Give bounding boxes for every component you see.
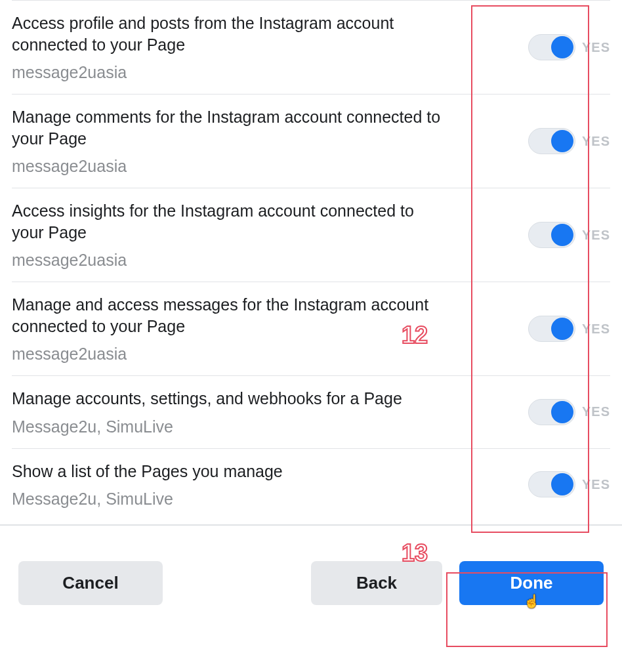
permission-toggle-label: YES bbox=[582, 322, 610, 337]
permission-toggle-wrap: YES bbox=[528, 316, 610, 342]
permission-title: Manage comments for the Instagram accoun… bbox=[12, 106, 449, 149]
permission-toggle-label: YES bbox=[582, 228, 610, 243]
footer-buttons: Cancel Back Done ☝ bbox=[0, 526, 622, 605]
permission-text: Access insights for the Instagram accoun… bbox=[12, 200, 528, 270]
permission-title: Access profile and posts from the Instag… bbox=[12, 12, 449, 55]
permission-text: Manage accounts, settings, and webhooks … bbox=[12, 388, 528, 436]
permission-text: Show a list of the Pages you manage Mess… bbox=[12, 461, 528, 509]
permission-subtitle: message2uasia bbox=[12, 63, 449, 82]
permission-toggle[interactable] bbox=[528, 128, 575, 154]
permission-title: Manage accounts, settings, and webhooks … bbox=[12, 388, 449, 410]
permission-toggle-wrap: YES bbox=[528, 34, 610, 60]
permission-toggle-wrap: YES bbox=[528, 399, 610, 425]
done-button[interactable]: Done ☝ bbox=[459, 561, 604, 605]
permission-toggle-label: YES bbox=[582, 404, 610, 419]
cancel-button[interactable]: Cancel bbox=[18, 561, 163, 605]
permission-toggle[interactable] bbox=[528, 471, 575, 497]
permission-toggle[interactable] bbox=[528, 222, 575, 248]
permission-toggle-wrap: YES bbox=[528, 222, 610, 248]
permission-text: Manage and access messages for the Insta… bbox=[12, 294, 528, 364]
permissions-list: Access profile and posts from the Instag… bbox=[0, 0, 622, 520]
permission-text: Access profile and posts from the Instag… bbox=[12, 12, 528, 82]
permission-toggle-label: YES bbox=[582, 40, 610, 55]
permission-toggle[interactable] bbox=[528, 399, 575, 425]
permission-subtitle: message2uasia bbox=[12, 251, 449, 270]
permission-row: Manage and access messages for the Insta… bbox=[12, 282, 610, 376]
permission-row: Access insights for the Instagram accoun… bbox=[12, 188, 610, 282]
permission-row: Manage accounts, settings, and webhooks … bbox=[12, 376, 610, 449]
permission-title: Access insights for the Instagram accoun… bbox=[12, 200, 449, 243]
permission-toggle[interactable] bbox=[528, 316, 575, 342]
permission-row: Access profile and posts from the Instag… bbox=[12, 0, 610, 94]
back-button[interactable]: Back bbox=[311, 561, 442, 605]
permission-toggle[interactable] bbox=[528, 34, 575, 60]
permission-title: Show a list of the Pages you manage bbox=[12, 461, 449, 482]
permission-subtitle: Message2u, SimuLive bbox=[12, 490, 449, 509]
permission-text: Manage comments for the Instagram accoun… bbox=[12, 106, 528, 176]
permission-subtitle: message2uasia bbox=[12, 157, 449, 176]
cursor-pointer-icon: ☝ bbox=[524, 593, 540, 609]
done-button-label: Done bbox=[510, 573, 553, 593]
permission-toggle-label: YES bbox=[582, 134, 610, 149]
permission-row: Show a list of the Pages you manage Mess… bbox=[12, 449, 610, 521]
permission-subtitle: message2uasia bbox=[12, 345, 449, 364]
permission-toggle-wrap: YES bbox=[528, 471, 610, 497]
permission-toggle-wrap: YES bbox=[528, 128, 610, 154]
permission-row: Manage comments for the Instagram accoun… bbox=[12, 94, 610, 188]
permission-toggle-label: YES bbox=[582, 477, 610, 492]
permission-subtitle: Message2u, SimuLive bbox=[12, 417, 449, 436]
permission-title: Manage and access messages for the Insta… bbox=[12, 294, 449, 337]
